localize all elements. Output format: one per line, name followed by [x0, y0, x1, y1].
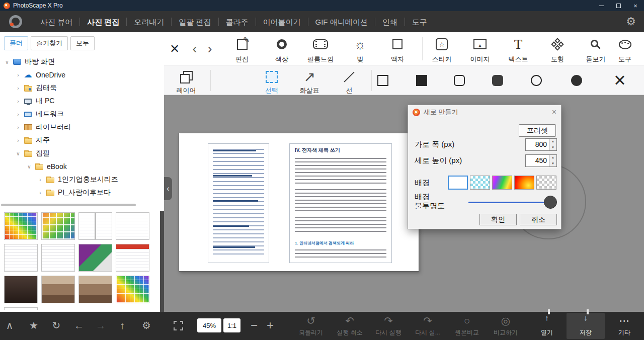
tool-light[interactable]: ☼ 빛 — [343, 36, 378, 64]
thumbnail[interactable] — [4, 276, 38, 303]
menu-combine[interactable]: 이어붙이기 — [256, 18, 308, 26]
zoom-out-icon[interactable]: − — [247, 319, 262, 331]
tree-item-folder[interactable]: ∨ 집필 — [0, 147, 164, 160]
spin-down-icon[interactable]: ▼ — [549, 145, 556, 151]
tree-item-user[interactable]: › 김태욱 — [0, 81, 164, 95]
menu-collage[interactable]: 콜라주 — [218, 18, 256, 26]
tree-item-library[interactable]: › 라이브러리 — [0, 121, 164, 134]
chevron-icon[interactable]: › — [14, 112, 22, 117]
sidebar-scrollbar[interactable] — [160, 211, 164, 312]
marquee-zoom-icon[interactable] — [174, 321, 183, 330]
slider-track[interactable] — [468, 202, 556, 203]
more-button[interactable]: ⋯ 기타 — [605, 315, 643, 337]
width-value[interactable]: 800 — [526, 139, 549, 150]
undo-button[interactable]: ↶ 실행 취소 — [331, 315, 369, 337]
tree-item-folder[interactable]: › 1인기업홍보시리즈 — [0, 173, 164, 186]
thumbnail[interactable] — [4, 307, 38, 310]
height-value[interactable]: 450 — [526, 155, 549, 166]
favorite-star-icon[interactable]: ★ — [26, 319, 41, 331]
chevron-icon[interactable]: › — [36, 177, 44, 183]
slider-knob[interactable] — [544, 196, 557, 209]
tab-folders[interactable]: 폴더 — [4, 36, 28, 50]
thumbnail[interactable] — [78, 276, 112, 303]
shape-rounded-outline[interactable] — [454, 75, 465, 86]
thumbnail[interactable] — [116, 244, 149, 272]
thumbnail[interactable] — [78, 244, 112, 272]
menu-photo-editor[interactable]: 사진 편집 — [79, 18, 126, 26]
shape-x-tool[interactable]: × — [610, 69, 630, 91]
menu-print[interactable]: 인쇄 — [375, 18, 405, 26]
tree-item-desktop[interactable]: ∨ 바탕 화면 — [0, 55, 164, 68]
chevron-icon[interactable]: › — [14, 125, 22, 130]
shape-rounded-filled[interactable] — [492, 75, 503, 86]
thumbnail[interactable] — [116, 276, 149, 303]
line-tool[interactable]: 선 — [332, 69, 367, 95]
spin-up-icon[interactable]: ▲ — [549, 155, 556, 161]
swatch-rainbow-gradient[interactable] — [492, 176, 512, 190]
close-photo-icon[interactable]: × — [167, 40, 182, 57]
spin-up-icon[interactable]: ▲ — [549, 139, 556, 145]
thumbnail[interactable] — [41, 276, 75, 303]
compare-button[interactable]: ◎ 비교하기 — [487, 315, 525, 337]
ok-button[interactable]: 확인 — [479, 214, 517, 225]
tab-favorites[interactable]: 즐겨찾기 — [31, 36, 68, 50]
zoom-in-icon[interactable]: + — [263, 319, 278, 331]
view-settings-gear-icon[interactable]: ⚙ — [139, 319, 154, 331]
close-button[interactable]: × — [627, 0, 644, 11]
zoom-actual-size-button[interactable]: 1:1 — [223, 318, 240, 332]
swatch-pattern[interactable] — [470, 176, 490, 190]
redo-button[interactable]: ↷ 다시 실행 — [369, 315, 408, 337]
shape-square-outline[interactable] — [377, 75, 388, 86]
tool-tools[interactable]: 도구 — [607, 36, 642, 64]
cancel-button[interactable]: 취소 — [520, 214, 557, 225]
arrow-tool[interactable]: ↗ 화살표 — [292, 69, 327, 95]
tree-item-network[interactable]: › 네트워크 — [0, 108, 164, 121]
menu-tools[interactable]: 도구 — [405, 18, 434, 26]
next-photo-icon[interactable]: › — [202, 40, 217, 57]
chevron-icon[interactable]: › — [14, 72, 22, 78]
maximize-button[interactable] — [610, 0, 627, 11]
select-tool[interactable]: 선택 — [254, 69, 289, 95]
settings-gear-icon[interactable]: ⚙ — [626, 15, 636, 28]
tab-all[interactable]: 모두 — [70, 36, 95, 50]
refresh-icon[interactable]: ↻ — [49, 319, 64, 331]
chevron-icon[interactable]: › — [14, 99, 22, 104]
thumbnail[interactable] — [78, 212, 112, 240]
shape-circle-outline[interactable] — [531, 75, 542, 86]
swatch-white-selected[interactable] — [448, 176, 468, 190]
chevron-icon[interactable]: › — [14, 86, 22, 91]
chevron-icon[interactable]: ∨ — [25, 164, 33, 169]
tool-shape[interactable]: 도형 — [540, 36, 575, 64]
document-artboard[interactable]: IV. 전자책 제목 쓰기 1. 인터넷서점에서 검색되게 써라 — [179, 133, 419, 272]
spin-down-icon[interactable]: ▼ — [549, 161, 556, 167]
tool-film[interactable]: 필름느낌 — [303, 36, 338, 64]
chevron-icon[interactable]: ∨ — [14, 151, 22, 156]
thumbnail[interactable] — [41, 244, 75, 272]
save-button[interactable]: ↓ 저장 — [567, 315, 605, 337]
shape-circle-filled[interactable] — [571, 75, 582, 86]
thumbnail[interactable] — [4, 212, 38, 240]
shape-square-filled[interactable] — [416, 75, 427, 86]
tool-frame[interactable]: 액자 — [380, 36, 415, 64]
compare-original-button[interactable]: ○ 원본비교 — [448, 315, 486, 337]
tool-image[interactable]: ▲ 이미지 — [462, 36, 498, 64]
menu-cut-out[interactable]: 오려내기 — [126, 18, 171, 26]
collapse-up-icon[interactable]: ∧ — [2, 319, 17, 331]
opacity-slider[interactable] — [468, 196, 557, 209]
thumbnail[interactable] — [41, 212, 75, 240]
tree-item-folder[interactable]: › PI_사람이후보다 — [0, 186, 164, 199]
history-forward-icon[interactable]: → — [93, 319, 108, 331]
revert-button[interactable]: ↺ 되돌리기 — [292, 315, 330, 337]
dialog-titlebar[interactable]: 새로 만들기 × — [408, 105, 561, 119]
chevron-icon[interactable]: › — [14, 138, 22, 143]
height-input[interactable]: 450 ▲ ▼ — [525, 154, 557, 167]
zoom-level[interactable]: 45% — [197, 318, 221, 332]
tree-horizontal-scrollbar[interactable] — [1, 204, 136, 206]
parent-folder-icon[interactable]: ↑ — [115, 319, 130, 331]
redo-all-button[interactable]: ↷ 다시 실... — [409, 315, 447, 337]
swatch-transparent[interactable] — [536, 176, 556, 190]
chevron-icon[interactable]: ∨ — [3, 59, 11, 65]
tool-sticker[interactable]: ☆ 스티커 — [424, 36, 459, 64]
layer-button[interactable]: 레이어 — [169, 69, 204, 95]
dialog-close-icon[interactable]: × — [552, 108, 556, 116]
